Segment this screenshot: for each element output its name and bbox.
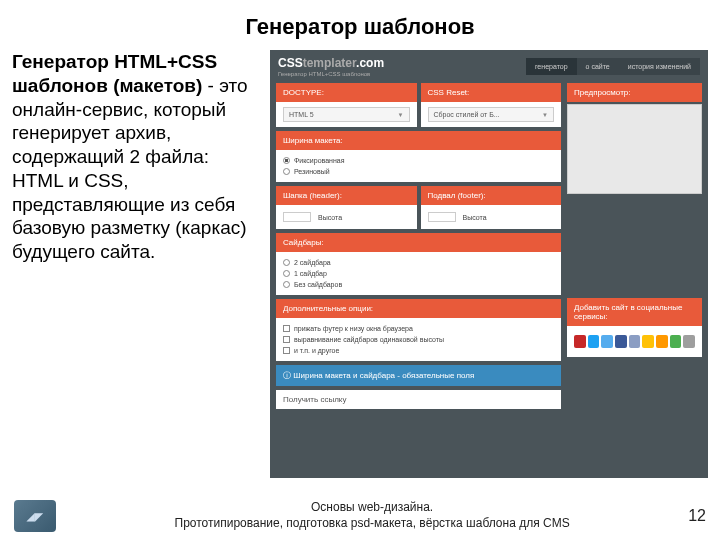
radio-icon [283,259,290,266]
social-icon[interactable] [574,335,586,348]
head-social: Добавить сайт в социальные сервисы: [567,298,702,326]
head-preview: Предпросмотр: [567,83,702,102]
social-icon[interactable] [601,335,613,348]
footer-line1: Основы web-дизайна. [56,500,688,516]
social-icon[interactable] [615,335,627,348]
opt-1side[interactable]: 1 сайдбар [283,268,554,279]
info-icon: ⓘ [283,371,293,380]
panel-doctype: DOCTYPE: HTML 5 ▼ [276,83,417,127]
head-doctype: DOCTYPE: [276,83,417,102]
main-col: DOCTYPE: HTML 5 ▼ CSS Reset: Сброс [276,83,561,409]
panel-footer: Подвал (footer): Высота [421,186,562,229]
height-row: Высота [428,210,555,224]
panel-sidebars: Сайдбары: 2 сайдбара 1 сайдбар Без сайдб… [276,233,561,295]
content-row: Генератор HTML+CSS шаблонов (макетов) - … [0,50,720,478]
head-reset: CSS Reset: [421,83,562,102]
nav-history[interactable]: история изменений [619,58,700,75]
select-doctype-val: HTML 5 [289,111,314,118]
desc-bold: Генератор HTML+CSS шаблонов (макетов) [12,51,217,96]
logo-part2: templater [303,56,356,70]
opt-label: 2 сайдбара [294,259,331,266]
select-doctype[interactable]: HTML 5 ▼ [283,107,410,122]
checkbox-icon [283,325,290,332]
height-input[interactable] [283,212,311,222]
opt-label: 1 сайдбар [294,270,327,277]
panel-header: Шапка (header): Высота [276,186,417,229]
opt-ext2[interactable]: выравнивание сайдбаров одинаковой высоты [283,334,554,345]
select-reset[interactable]: Сброс стилей от Б... ▼ [428,107,555,122]
body-reset: Сброс стилей от Б... ▼ [421,102,562,127]
body-extra: прижать футер к низу окна браузера вырав… [276,318,561,361]
app-header: CSStemplater.com Генератор HTML+CSS шабл… [270,50,708,83]
opt-2side[interactable]: 2 сайдбара [283,257,554,268]
caret-icon: ▼ [542,112,548,118]
opt-ext3[interactable]: и т.п. и другое [283,345,554,356]
social-icon[interactable] [588,335,600,348]
social-icon[interactable] [670,335,682,348]
height-row: Высота [283,210,410,224]
nav-about[interactable]: о сайте [577,58,619,75]
head-sidebars: Сайдбары: [276,233,561,252]
footer-text: Основы web-дизайна. Прототипирование, по… [56,500,688,531]
tagline: Генератор HTML+CSS шаблонов [278,71,384,77]
app-body: DOCTYPE: HTML 5 ▼ CSS Reset: Сброс [270,83,708,409]
height-label: Высота [463,214,487,221]
panel-extra: Дополнительные опции: прижать футер к ни… [276,299,561,361]
page-number: 12 [688,507,706,525]
height-label: Высота [318,214,342,221]
opt-label: Резиновый [294,168,330,175]
logo: CSStemplater.com [278,56,384,70]
opt-label: выравнивание сайдбаров одинаковой высоты [294,336,444,343]
body-social [567,326,702,357]
head-footer: Подвал (footer): [421,186,562,205]
checkbox-icon [283,336,290,343]
checkbox-icon [283,347,290,354]
caret-icon: ▼ [398,112,404,118]
footer-line2: Прототипирование, подготовка psd-макета,… [56,516,688,532]
radio-icon [283,281,290,288]
note-bar: ⓘ Ширина макета и сайдбара - обязательны… [276,365,561,386]
social-icon[interactable] [629,335,641,348]
nav-generator[interactable]: генератор [526,58,577,75]
preview-box [567,104,702,194]
panel-width: Ширина макета: Фиксированная Резиновый [276,131,561,182]
head-header: Шапка (header): [276,186,417,205]
logo-block: CSStemplater.com Генератор HTML+CSS шабл… [278,56,384,77]
social-icon[interactable] [656,335,668,348]
body-footer: Высота [421,205,562,229]
body-width: Фиксированная Резиновый [276,150,561,182]
social-icon[interactable] [683,335,695,348]
body-header: Высота [276,205,417,229]
body-sidebars: 2 сайдбара 1 сайдбар Без сайдбаров [276,252,561,295]
opt-ext1[interactable]: прижать футер к низу окна браузера [283,323,554,334]
description-text: Генератор HTML+CSS шаблонов (макетов) - … [12,50,262,478]
body-doctype: HTML 5 ▼ [276,102,417,127]
height-input[interactable] [428,212,456,222]
select-reset-val: Сброс стилей от Б... [434,111,500,118]
nav: генератор о сайте история изменений [526,58,700,75]
opt-label: Без сайдбаров [294,281,342,288]
head-extra: Дополнительные опции: [276,299,561,318]
panel-reset: CSS Reset: Сброс стилей от Б... ▼ [421,83,562,127]
row-doctype-reset: DOCTYPE: HTML 5 ▼ CSS Reset: Сброс [276,83,561,127]
desc-rest: - это онлайн-сервис, который генерирует … [12,75,248,262]
radio-icon [283,168,290,175]
radio-icon [283,270,290,277]
slide-title: Генератор шаблонов [0,0,720,50]
logo-part3: .com [356,56,384,70]
logo-part1: CSS [278,56,303,70]
app-screenshot: CSStemplater.com Генератор HTML+CSS шабл… [270,50,708,478]
radio-icon [283,157,290,164]
opt-fluid[interactable]: Резиновый [283,166,554,177]
note-text: Ширина макета и сайдбара - обязательные … [293,371,474,380]
opt-fixed[interactable]: Фиксированная [283,155,554,166]
opt-label: и т.п. и другое [294,347,339,354]
get-link-button[interactable]: Получить ссылку [276,390,561,409]
opt-label: прижать футер к низу окна браузера [294,325,413,332]
panel-preview: Предпросмотр: [567,83,702,194]
opt-0side[interactable]: Без сайдбаров [283,279,554,290]
social-icon[interactable] [642,335,654,348]
side-col: Предпросмотр: Добавить сайт в социальные… [567,83,702,409]
head-width: Ширина макета: [276,131,561,150]
row-header-footer: Шапка (header): Высота Подвал (footer): … [276,186,561,229]
